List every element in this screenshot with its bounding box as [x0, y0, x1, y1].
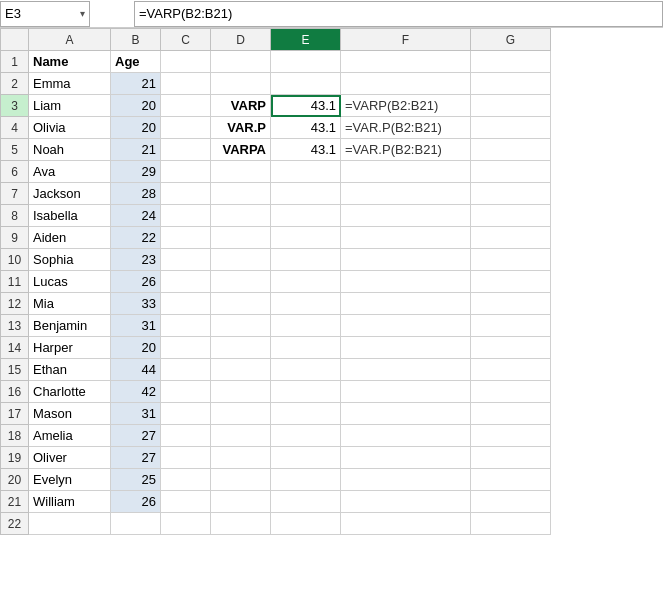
cell-c5[interactable] — [161, 139, 211, 161]
cell-e11[interactable] — [271, 271, 341, 293]
cell-e2[interactable] — [271, 73, 341, 95]
cell-a2[interactable]: Emma — [29, 73, 111, 95]
cell-e12[interactable] — [271, 293, 341, 315]
cell-f20[interactable] — [341, 469, 471, 491]
cell-g10[interactable] — [471, 249, 551, 271]
formula-bar-cross-icon[interactable] — [104, 12, 110, 16]
cell-c18[interactable] — [161, 425, 211, 447]
cell-g20[interactable] — [471, 469, 551, 491]
cell-g5[interactable] — [471, 139, 551, 161]
col-header-f[interactable]: F — [341, 29, 471, 51]
cell-b15[interactable]: 44 — [111, 359, 161, 381]
row-header-13[interactable]: 13 — [1, 315, 29, 337]
cell-b8[interactable]: 24 — [111, 205, 161, 227]
col-header-d[interactable]: D — [211, 29, 271, 51]
cell-d7[interactable] — [211, 183, 271, 205]
cell-f21[interactable] — [341, 491, 471, 513]
cell-c1[interactable] — [161, 51, 211, 73]
cell-f7[interactable] — [341, 183, 471, 205]
cell-b4[interactable]: 20 — [111, 117, 161, 139]
cell-d5[interactable]: VARPA — [211, 139, 271, 161]
cell-d13[interactable] — [211, 315, 271, 337]
row-header-9[interactable]: 9 — [1, 227, 29, 249]
cell-e4[interactable]: 43.1 — [271, 117, 341, 139]
cell-e9[interactable] — [271, 227, 341, 249]
cell-c16[interactable] — [161, 381, 211, 403]
cell-c7[interactable] — [161, 183, 211, 205]
cell-e6[interactable] — [271, 161, 341, 183]
cell-e10[interactable] — [271, 249, 341, 271]
cell-e14[interactable] — [271, 337, 341, 359]
cell-g11[interactable] — [471, 271, 551, 293]
cell-e17[interactable] — [271, 403, 341, 425]
cell-a21[interactable]: William — [29, 491, 111, 513]
cell-a7[interactable]: Jackson — [29, 183, 111, 205]
cell-b22[interactable] — [111, 513, 161, 535]
cell-c8[interactable] — [161, 205, 211, 227]
cell-c3[interactable] — [161, 95, 211, 117]
cell-a22[interactable] — [29, 513, 111, 535]
row-header-1[interactable]: 1 — [1, 51, 29, 73]
cell-c21[interactable] — [161, 491, 211, 513]
cell-g13[interactable] — [471, 315, 551, 337]
row-header-15[interactable]: 15 — [1, 359, 29, 381]
cell-d2[interactable] — [211, 73, 271, 95]
cell-a5[interactable]: Noah — [29, 139, 111, 161]
cell-g8[interactable] — [471, 205, 551, 227]
cell-a4[interactable]: Olivia — [29, 117, 111, 139]
cell-f5[interactable]: =VAR.P(B2:B21) — [341, 139, 471, 161]
cell-c11[interactable] — [161, 271, 211, 293]
cell-f9[interactable] — [341, 227, 471, 249]
cell-d15[interactable] — [211, 359, 271, 381]
formula-bar-dots-icon[interactable] — [94, 12, 100, 16]
cell-b3[interactable]: 20 — [111, 95, 161, 117]
cell-g18[interactable] — [471, 425, 551, 447]
cell-e21[interactable] — [271, 491, 341, 513]
cell-c17[interactable] — [161, 403, 211, 425]
cell-g22[interactable] — [471, 513, 551, 535]
cell-g3[interactable] — [471, 95, 551, 117]
cell-d9[interactable] — [211, 227, 271, 249]
row-header-17[interactable]: 17 — [1, 403, 29, 425]
cell-c15[interactable] — [161, 359, 211, 381]
cell-f12[interactable] — [341, 293, 471, 315]
cell-d18[interactable] — [211, 425, 271, 447]
formula-input[interactable] — [134, 1, 663, 27]
cell-f11[interactable] — [341, 271, 471, 293]
cell-d8[interactable] — [211, 205, 271, 227]
row-header-4[interactable]: 4 — [1, 117, 29, 139]
cell-e8[interactable] — [271, 205, 341, 227]
cell-a12[interactable]: Mia — [29, 293, 111, 315]
cell-b16[interactable]: 42 — [111, 381, 161, 403]
cell-a14[interactable]: Harper — [29, 337, 111, 359]
cell-d19[interactable] — [211, 447, 271, 469]
row-header-12[interactable]: 12 — [1, 293, 29, 315]
row-header-11[interactable]: 11 — [1, 271, 29, 293]
cell-a19[interactable]: Oliver — [29, 447, 111, 469]
row-header-5[interactable]: 5 — [1, 139, 29, 161]
cell-d6[interactable] — [211, 161, 271, 183]
cell-g17[interactable] — [471, 403, 551, 425]
cell-c20[interactable] — [161, 469, 211, 491]
cell-e16[interactable] — [271, 381, 341, 403]
cell-b11[interactable]: 26 — [111, 271, 161, 293]
cell-c22[interactable] — [161, 513, 211, 535]
cell-f1[interactable] — [341, 51, 471, 73]
row-header-20[interactable]: 20 — [1, 469, 29, 491]
cell-a15[interactable]: Ethan — [29, 359, 111, 381]
cell-f13[interactable] — [341, 315, 471, 337]
cell-a20[interactable]: Evelyn — [29, 469, 111, 491]
cell-a3[interactable]: Liam — [29, 95, 111, 117]
cell-f2[interactable] — [341, 73, 471, 95]
cell-f22[interactable] — [341, 513, 471, 535]
col-header-c[interactable]: C — [161, 29, 211, 51]
row-header-2[interactable]: 2 — [1, 73, 29, 95]
cell-d3[interactable]: VARP — [211, 95, 271, 117]
cell-a11[interactable]: Lucas — [29, 271, 111, 293]
cell-d20[interactable] — [211, 469, 271, 491]
cell-f18[interactable] — [341, 425, 471, 447]
cell-f3[interactable]: =VARP(B2:B21) — [341, 95, 471, 117]
cell-c19[interactable] — [161, 447, 211, 469]
cell-g12[interactable] — [471, 293, 551, 315]
cell-b1[interactable]: Age — [111, 51, 161, 73]
